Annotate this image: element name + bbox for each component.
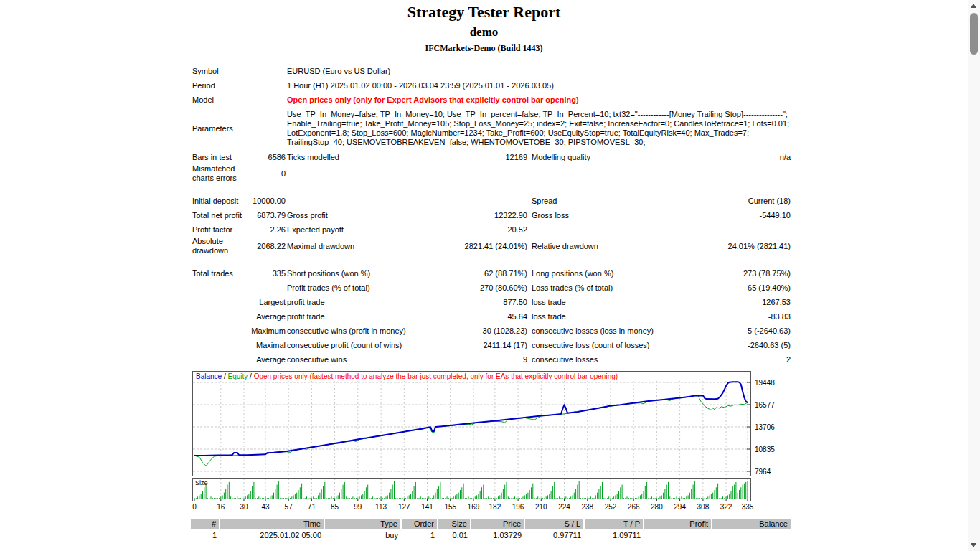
trades-col-header[interactable]: # (191, 519, 220, 529)
stat-value: 2821.41 (24.01%) (429, 242, 527, 251)
stat-value: Open prices only (only for Expert Adviso… (286, 95, 791, 105)
x-tick-label: 196 (512, 503, 524, 511)
stat-value: Use_TP_In_Money=false; TP_In_Money=10; U… (286, 110, 791, 147)
x-tick-label: 85 (331, 503, 339, 511)
vertical-scrollbar[interactable] (968, 0, 980, 551)
trades-col-header[interactable]: Type (324, 519, 401, 529)
stat-value: Gross profit (286, 211, 429, 220)
stat-value: Profit trades (% of total) (286, 283, 429, 293)
size-bars-plot (193, 479, 750, 501)
stat-value: Gross loss (527, 211, 677, 220)
stats-row: Bars in test6586Ticks modelled12169Model… (192, 150, 791, 164)
legend-equity-label: Equity (227, 372, 248, 380)
scroll-down-icon[interactable] (971, 543, 976, 547)
stats-row: Profit trades (% of total)270 (80.60%)Lo… (192, 281, 791, 295)
stats-row: Maximalconsecutive profit (count of wins… (192, 338, 791, 352)
stats-row: Total net profit6873.79Gross profit12322… (192, 208, 791, 222)
x-tick-label: 169 (468, 503, 480, 511)
stats-row: Absolute drawdown2068.22Maximal drawdown… (192, 237, 791, 255)
stat-value: Expected payoff (286, 225, 429, 235)
stats-group-gap (192, 255, 791, 266)
stat-value: -83.83 (677, 312, 791, 321)
stat-value: n/a (677, 153, 791, 162)
stats-row: Averageconsecutive wins9consecutive loss… (192, 352, 791, 367)
stat-value: loss trade (527, 312, 677, 321)
stat-label: Mismatched charts errors (192, 164, 250, 183)
stat-value: 2068.22 (250, 242, 286, 251)
x-tick-label: 210 (535, 503, 547, 511)
stat-value: consecutive losses (527, 355, 677, 364)
stats-row: Largestprofit trade877.50loss trade-1267… (192, 295, 791, 309)
trades-col-header[interactable]: T / P (584, 519, 644, 529)
stat-value: 877.50 (429, 298, 527, 307)
report-build-line: IFCMarkets-Demo (Build 1443) (0, 43, 968, 54)
x-tick-label: 182 (489, 503, 501, 511)
trades-col-header[interactable]: Profit (644, 519, 712, 529)
trades-col-header[interactable]: Order (401, 519, 438, 529)
trades-col-header[interactable]: Price (471, 519, 524, 529)
scroll-up-icon[interactable] (971, 4, 976, 8)
stat-value: consecutive losses (loss in money) (527, 326, 677, 336)
chart-legend: Balance / Equity / Open prices only (fas… (194, 372, 750, 381)
stat-value: Average (250, 355, 286, 364)
trades-col-header[interactable]: S / L (524, 519, 584, 529)
stat-value: Largest (250, 298, 286, 307)
chart-area: Balance / Equity / Open prices only (fas… (192, 371, 791, 512)
stat-value: 24.01% (2821.41) (677, 242, 791, 251)
trades-col-header[interactable]: Size (438, 519, 471, 529)
y-tick-label: 19448 (755, 380, 775, 387)
stat-value: 2 (677, 355, 791, 364)
trades-col-header[interactable]: Time (220, 519, 324, 529)
trade-row[interactable]: 12025.01.02 05:00buy10.011.037290.977111… (191, 529, 791, 540)
stat-value: 12169 (429, 153, 527, 162)
y-tick-label: 16577 (755, 402, 775, 409)
y-tick-label: 7964 (755, 468, 771, 476)
stat-value: profit trade (286, 298, 429, 307)
x-tick-label: 141 (421, 503, 433, 511)
stat-value: 335 (250, 269, 286, 278)
trades-col-header[interactable]: Balance (712, 519, 791, 529)
trade-cell: 0.01 (438, 529, 471, 540)
x-tick-label: 238 (581, 503, 593, 511)
x-axis-labels: 0163043577185991131271411551691821962102… (192, 503, 751, 512)
stat-label: Profit factor (192, 225, 250, 235)
stats-row: Period1 Hour (H1) 2025.01.02 00:00 - 202… (192, 78, 791, 93)
stats-row: Total trades335Short positions (won %)62… (192, 266, 791, 281)
x-tick-label: 57 (285, 503, 293, 511)
stat-value: Modelling quality (527, 153, 677, 162)
stat-value: Average (250, 312, 286, 321)
stat-value: 6586 (250, 153, 286, 162)
x-tick-label: 43 (261, 503, 269, 511)
stat-value: 270 (80.60%) (429, 283, 527, 293)
x-tick-label: 127 (398, 503, 410, 511)
x-tick-label: 322 (720, 503, 732, 511)
stat-label: Total trades (192, 269, 250, 278)
x-tick-label: 224 (558, 503, 570, 511)
x-tick-label: 113 (375, 503, 387, 511)
page-title: Strategy Tester Report (0, 3, 968, 22)
x-tick-label: 252 (605, 503, 617, 511)
x-tick-label: 294 (674, 503, 686, 511)
scrollbar-thumb[interactable] (970, 13, 978, 55)
stat-label: Bars in test (192, 153, 250, 162)
stat-value: 62 (88.71%) (429, 269, 527, 278)
trade-cell: 0.97711 (524, 529, 584, 540)
stat-value: 65 (19.40%) (677, 283, 791, 293)
stat-label: Total net profit (192, 211, 250, 220)
trades-header-row: #TimeTypeOrderSizePriceS / LT / PProfitB… (191, 519, 791, 529)
stat-label: Absolute drawdown (192, 237, 250, 255)
stat-label: Parameters (192, 124, 250, 133)
stat-value: Ticks modelled (286, 153, 429, 162)
legend-balance-label: Balance (196, 372, 222, 380)
stats-row: SymbolEURUSD (Euro vs US Dollar) (192, 64, 791, 78)
stat-value: Current (18) (677, 197, 791, 206)
size-chart: Size (192, 478, 751, 501)
x-tick-label: 266 (628, 503, 640, 511)
trade-cell (644, 529, 712, 540)
stat-value: loss trade (527, 298, 677, 307)
stat-value: 30 (1028.23) (429, 326, 527, 336)
trade-cell: 1.09711 (584, 529, 644, 540)
legend-separator: / (248, 372, 253, 380)
stat-value: Loss trades (% of total) (527, 283, 677, 293)
stat-value: Maximal (250, 341, 286, 350)
